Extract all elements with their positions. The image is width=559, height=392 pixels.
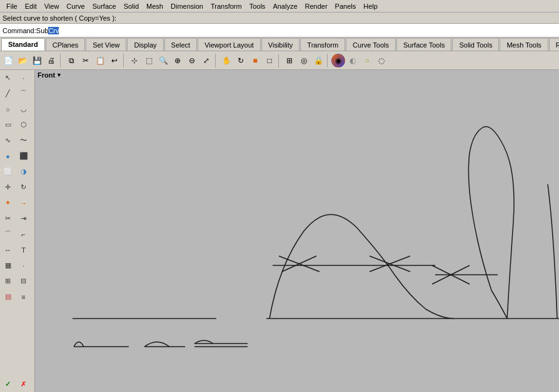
extend-tool[interactable]: ⇥ bbox=[16, 211, 31, 226]
tab-standard[interactable]: Standard bbox=[1, 38, 45, 51]
shaded-button[interactable]: ■ bbox=[248, 54, 262, 68]
viewport[interactable]: Front ▼ bbox=[35, 70, 559, 392]
tab-select[interactable]: Select bbox=[164, 38, 198, 51]
sidebar-row-15: ▤ ≡ bbox=[0, 289, 34, 304]
menu-item-surface[interactable]: Surface bbox=[89, 1, 120, 11]
select-button[interactable]: ⊹ bbox=[128, 54, 141, 68]
material-button[interactable]: ◐ bbox=[346, 54, 360, 68]
box-tool[interactable]: ⬛ bbox=[16, 148, 31, 164]
tab-bar: StandardCPlanesSet ViewDisplaySelectView… bbox=[0, 38, 559, 51]
light-button[interactable]: ○ bbox=[360, 54, 374, 68]
print-button[interactable]: 🖨 bbox=[44, 54, 58, 68]
separator-5 bbox=[327, 54, 330, 68]
menu-item-transform[interactable]: Transform bbox=[207, 1, 246, 11]
command-label: Command: bbox=[3, 27, 36, 34]
menu-item-view[interactable]: View bbox=[41, 1, 63, 11]
group-tool[interactable]: ⊞ bbox=[0, 273, 16, 289]
arc-tool[interactable]: ◡ bbox=[16, 101, 31, 117]
wireframe-button[interactable]: □ bbox=[263, 54, 276, 68]
tab-set-view[interactable]: Set View bbox=[86, 38, 126, 51]
command-highlighted: Crv bbox=[48, 27, 59, 34]
line-tool[interactable]: ╱ bbox=[0, 86, 16, 101]
ungroup-tool[interactable]: ⊟ bbox=[16, 273, 31, 289]
polygon-tool[interactable]: ⬡ bbox=[16, 117, 31, 133]
sidebar-row-5: ∿ 〜 bbox=[0, 133, 34, 148]
rotate-tool[interactable]: ↻ bbox=[16, 179, 31, 195]
hatch-tool[interactable]: ▦ bbox=[0, 258, 16, 273]
rotate-view-button[interactable]: ↻ bbox=[234, 54, 248, 68]
menu-item-solid[interactable]: Solid bbox=[120, 1, 143, 11]
trim-tool[interactable]: ✂ bbox=[0, 211, 16, 226]
freeform-tool[interactable]: 〜 bbox=[16, 133, 31, 148]
tab-viewport-layout[interactable]: Viewport Layout bbox=[198, 38, 261, 51]
tab-cplanes[interactable]: CPlanes bbox=[46, 38, 86, 51]
render-button[interactable]: ◉ bbox=[331, 54, 345, 68]
undo-button[interactable]: ↩ bbox=[108, 54, 121, 68]
menu-item-curve[interactable]: Curve bbox=[63, 1, 88, 11]
zoom-in-button[interactable]: ⊕ bbox=[171, 54, 184, 68]
tab-visibility[interactable]: Visibility bbox=[261, 38, 300, 51]
menu-item-edit[interactable]: Edit bbox=[21, 1, 41, 11]
extrude-tool[interactable]: ⬜ bbox=[0, 164, 16, 179]
select-tool[interactable]: ↖ bbox=[0, 70, 16, 86]
tab-display[interactable]: Display bbox=[127, 38, 163, 51]
menu-item-render[interactable]: Render bbox=[301, 1, 331, 11]
separator-4 bbox=[278, 54, 281, 68]
svg-rect-0 bbox=[35, 78, 559, 384]
zoom-out-button[interactable]: ⊖ bbox=[185, 54, 199, 68]
grid-button[interactable]: ⊞ bbox=[283, 54, 296, 68]
chamfer-tool[interactable]: ⌐ bbox=[16, 226, 31, 242]
tab-solid-tools[interactable]: Solid Tools bbox=[452, 38, 499, 51]
open-button[interactable]: 📂 bbox=[16, 54, 29, 68]
move-tool[interactable]: ✛ bbox=[0, 179, 16, 195]
ok-tool[interactable]: ✓ bbox=[0, 376, 16, 392]
zoom-window-button[interactable]: 🔍 bbox=[156, 54, 170, 68]
scale-tool[interactable]: ✦ bbox=[0, 195, 16, 211]
sidebar: ↖ · ╱ ⌒ ○ ◡ ▭ ⬡ ∿ 〜 ● ⬛ ⬜ ◑ ✛ ↻ bbox=[0, 70, 35, 392]
sphere-tool[interactable]: ● bbox=[0, 148, 16, 164]
viewport-dropdown-icon[interactable]: ▼ bbox=[56, 72, 62, 78]
tab-curve-tools[interactable]: Curve Tools bbox=[346, 38, 396, 51]
menu-item-tools[interactable]: Tools bbox=[246, 1, 269, 11]
menu-item-help[interactable]: Help bbox=[360, 1, 381, 11]
cut-button[interactable]: ✂ bbox=[79, 54, 93, 68]
tab-render-tools[interactable]: Render Tools bbox=[549, 38, 559, 51]
cancel-tool[interactable]: ✗ bbox=[16, 376, 31, 392]
select-point-tool[interactable]: · bbox=[16, 70, 31, 86]
point-tool[interactable]: · bbox=[16, 258, 31, 273]
lock-button[interactable]: 🔒 bbox=[311, 54, 325, 68]
separator-1 bbox=[60, 54, 63, 68]
tab-mesh-tools[interactable]: Mesh Tools bbox=[500, 38, 548, 51]
revolve-tool[interactable]: ◑ bbox=[16, 164, 31, 179]
rect-tool[interactable]: ▭ bbox=[0, 117, 16, 133]
env-button[interactable]: ◌ bbox=[375, 54, 388, 68]
paste-button[interactable]: 📋 bbox=[93, 54, 107, 68]
copy-button[interactable]: ⧉ bbox=[64, 54, 78, 68]
viewport-name: Front bbox=[38, 71, 55, 79]
menu-item-mesh[interactable]: Mesh bbox=[143, 1, 167, 11]
new-button[interactable]: 📄 bbox=[1, 54, 15, 68]
pan-button[interactable]: ✋ bbox=[219, 54, 233, 68]
sidebar-row-8: ✛ ↻ bbox=[0, 179, 34, 195]
dimension-tool[interactable]: ↔ bbox=[0, 242, 16, 258]
circle-tool[interactable]: ○ bbox=[0, 101, 16, 117]
text-tool[interactable]: T bbox=[16, 242, 31, 258]
menu-item-analyze[interactable]: Analyze bbox=[269, 1, 301, 11]
snap-button[interactable]: ◎ bbox=[297, 54, 311, 68]
menu-item-panels[interactable]: Panels bbox=[331, 1, 360, 11]
menu-item-dimension[interactable]: Dimension bbox=[167, 1, 207, 11]
tab-transform[interactable]: Transform bbox=[300, 38, 345, 51]
window-select-button[interactable]: ⬚ bbox=[142, 54, 156, 68]
orient-tool[interactable]: → bbox=[16, 195, 31, 211]
fillet-tool[interactable]: ⌒ bbox=[0, 226, 16, 242]
curve-tool[interactable]: ∿ bbox=[0, 133, 16, 148]
sidebar-row-12: ↔ T bbox=[0, 242, 34, 258]
polyline-tool[interactable]: ⌒ bbox=[16, 86, 31, 101]
save-button[interactable]: 💾 bbox=[30, 54, 44, 68]
menu-item-file[interactable]: File bbox=[3, 1, 21, 11]
zoom-extents-button[interactable]: ⤢ bbox=[199, 54, 213, 68]
prop-tool[interactable]: ≡ bbox=[16, 289, 31, 304]
layers-tool[interactable]: ▤ bbox=[0, 289, 16, 304]
tab-surface-tools[interactable]: Surface Tools bbox=[396, 38, 451, 51]
sidebar-row-4: ▭ ⬡ bbox=[0, 117, 34, 133]
